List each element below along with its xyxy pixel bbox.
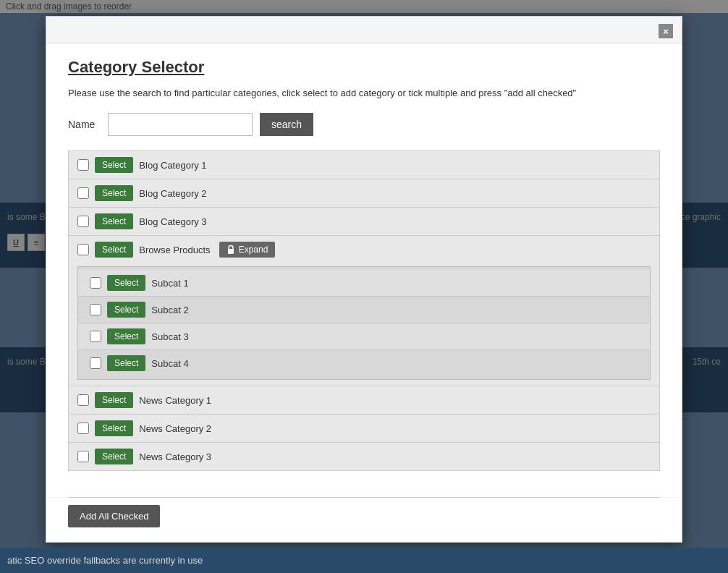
category-checkbox-6[interactable] [77, 423, 89, 434]
subcat-checkbox-3[interactable] [90, 331, 101, 342]
search-button[interactable]: search [260, 113, 313, 136]
category-checkbox-5[interactable] [77, 394, 89, 406]
list-item: Select Blog Category 1 [69, 151, 659, 179]
search-label: Name [68, 119, 101, 130]
select-button-5[interactable]: Select [95, 392, 133, 408]
category-checkbox-1[interactable] [77, 159, 89, 171]
subcat-name-4: Subcat 4 [151, 358, 188, 369]
list-item: Select Blog Category 3 [69, 208, 659, 236]
subcat-name-3: Subcat 3 [151, 331, 188, 342]
category-name-3: Blog Category 3 [139, 216, 206, 227]
list-item: Select Browse Products Expand [69, 236, 659, 263]
select-button-6[interactable]: Select [95, 420, 133, 436]
list-item: Select Subcat 2 [78, 297, 650, 323]
close-button[interactable]: × [659, 24, 673, 38]
category-list: Select Blog Category 1 Select Blog Categ… [68, 150, 660, 471]
subcat-select-button-3[interactable]: Select [107, 328, 145, 344]
category-name-6: News Category 2 [139, 423, 211, 434]
list-item: Select News Category 2 [69, 415, 659, 443]
list-item: Select News Category 3 [69, 443, 659, 470]
add-all-checked-button[interactable]: Add All Checked [68, 505, 160, 527]
subcat-name-2: Subcat 2 [151, 305, 188, 315]
list-item: Select News Category 1 [69, 386, 659, 415]
search-row: Name search [68, 113, 660, 136]
expand-label: Expand [239, 245, 268, 255]
category-selector-modal: × Category Selector Please use the searc… [46, 16, 682, 543]
subcat-checkbox-4[interactable] [90, 357, 101, 369]
modal-footer: Add All Checked [46, 498, 682, 542]
list-item: Select Blog Category 2 [69, 179, 659, 208]
category-name-7: News Category 3 [139, 451, 211, 462]
subcat-checkbox-1[interactable] [90, 277, 101, 289]
category-name-4: Browse Products [139, 245, 210, 255]
modal-instructions: Please use the search to find particular… [68, 87, 660, 100]
modal-header: × [46, 17, 682, 43]
list-item: Select Subcat 4 [78, 350, 650, 376]
subcat-select-button-4[interactable]: Select [107, 355, 145, 371]
expand-button[interactable]: Expand [219, 242, 276, 258]
category-checkbox-7[interactable] [77, 451, 89, 462]
category-name-2: Blog Category 2 [139, 188, 206, 199]
select-button-7[interactable]: Select [95, 449, 133, 464]
search-input[interactable] [108, 113, 253, 136]
list-item: Select Subcat 1 [78, 270, 650, 297]
lock-icon [227, 245, 235, 255]
subcat-select-button-1[interactable]: Select [107, 275, 145, 291]
select-button-4[interactable]: Select [95, 242, 133, 258]
select-button-1[interactable]: Select [95, 157, 133, 173]
modal-title: Category Selector [68, 58, 660, 77]
select-button-2[interactable]: Select [95, 185, 133, 201]
bottom-bar-text: atic SEO override fallbacks are currentl… [7, 555, 203, 566]
category-checkbox-2[interactable] [77, 187, 89, 199]
category-name-5: News Category 1 [139, 395, 211, 406]
svg-rect-0 [228, 249, 234, 254]
subcat-name-1: Subcat 1 [151, 278, 188, 289]
subcat-checkbox-2[interactable] [90, 304, 101, 315]
modal-body: Category Selector Please use the search … [46, 43, 682, 497]
bottom-bar: atic SEO override fallbacks are currentl… [0, 548, 728, 573]
select-button-3[interactable]: Select [95, 213, 133, 229]
subcategory-area: Select Subcat 1 Select Subcat 2 Select S… [77, 266, 651, 380]
category-name-1: Blog Category 1 [139, 160, 206, 171]
subcat-select-button-2[interactable]: Select [107, 302, 145, 318]
category-checkbox-4[interactable] [77, 244, 89, 255]
category-checkbox-3[interactable] [77, 216, 89, 227]
list-item: Select Subcat 3 [78, 323, 650, 350]
